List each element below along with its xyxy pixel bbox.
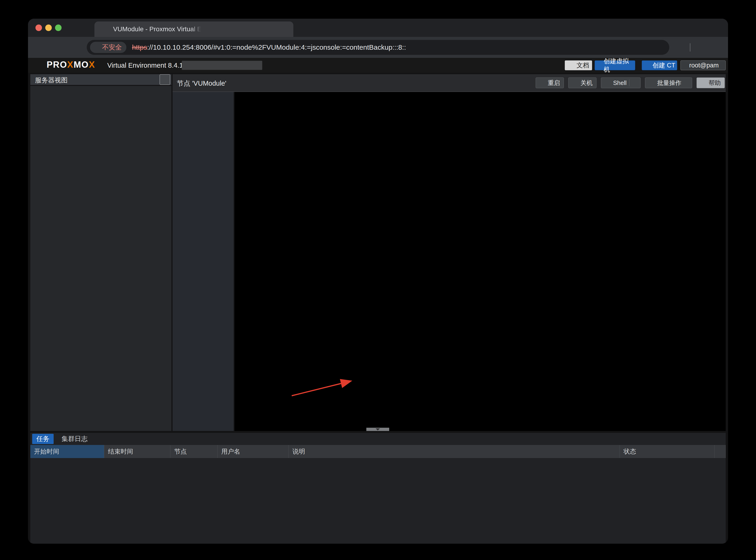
tree-settings-button[interactable] <box>160 74 170 85</box>
task-panel: 任务 集群日志 开始时间 结束时间 节点 用户名 说明 状态 <box>30 433 726 544</box>
node-menu <box>172 92 234 431</box>
tab-strip: VUModule - Proxmox Virtual E <box>28 19 728 37</box>
docs-button[interactable]: 文档 <box>565 60 592 70</box>
browser-toolbar: 不安全 https://10.10.10.254:8006/#v1:0:=nod… <box>28 37 728 58</box>
user-icon <box>681 62 687 68</box>
traffic-light-close[interactable] <box>36 24 42 31</box>
security-badge[interactable]: 不安全 <box>90 42 126 53</box>
chevron-down-icon <box>684 80 688 85</box>
forward-icon[interactable] <box>63 43 71 52</box>
proxmox-wordmark: PROXMOX <box>47 60 95 70</box>
bookmark-star-icon[interactable] <box>652 43 660 52</box>
extensions-puzzle-icon[interactable] <box>671 43 680 52</box>
tab-search-chevron-icon[interactable] <box>716 24 723 31</box>
annotation-arrow <box>235 92 726 431</box>
browser-tab[interactable]: VUModule - Proxmox Virtual E <box>94 21 293 37</box>
column-node[interactable]: 节点 <box>170 445 217 458</box>
shell-terminal[interactable] <box>235 92 726 431</box>
new-tab-button[interactable] <box>303 24 311 32</box>
tab-cluster-log[interactable]: 集群日志 <box>57 434 92 444</box>
pve-header: PROXMOX Virtual Environment 8.4.1 文档 创建虚… <box>28 58 728 73</box>
url-text: https://10.10.10.254:8006/#v1:0:=node%2F… <box>132 43 406 51</box>
help-icon <box>700 80 707 86</box>
proxmox-favicon-icon <box>101 25 109 33</box>
back-icon[interactable] <box>44 43 53 52</box>
column-end-time[interactable]: 结束时间 <box>104 445 170 458</box>
task-tabs: 任务 集群日志 <box>30 433 726 445</box>
task-table-header: 开始时间 结束时间 节点 用户名 说明 状态 <box>30 445 726 458</box>
sort-down-icon <box>61 448 67 455</box>
chevron-down-icon <box>149 76 156 83</box>
traffic-light-zoom[interactable] <box>55 24 62 31</box>
chevron-down-icon <box>632 80 637 85</box>
tab-tasks[interactable]: 任务 <box>32 434 54 444</box>
url-scheme: https <box>132 43 147 51</box>
url-rest: ://10.10.10.254:8006/#v1:0:=node%2FVUMod… <box>147 43 406 51</box>
address-bar[interactable]: 不安全 https://10.10.10.254:8006/#v1:0:=nod… <box>87 40 669 55</box>
column-status[interactable]: 状态 <box>620 445 715 458</box>
create-vm-button[interactable]: 创建虚拟机 <box>595 60 635 70</box>
cube-icon <box>644 62 650 68</box>
restart-icon <box>540 80 546 86</box>
shutdown-button[interactable]: 关机 <box>568 78 596 88</box>
gear-icon <box>161 76 168 83</box>
resource-tree <box>30 86 171 431</box>
toolbar-divider <box>690 43 691 52</box>
profile-avatar[interactable] <box>696 41 709 54</box>
column-description[interactable]: 说明 <box>289 445 620 458</box>
screenshot-root: { "browser": { "tab_title": "VUModule - … <box>0 0 756 560</box>
tab-close-icon[interactable] <box>278 26 285 33</box>
create-ct-button[interactable]: 创建 CT <box>642 60 677 70</box>
column-user[interactable]: 用户名 <box>217 445 289 458</box>
column-start-time[interactable]: 开始时间 <box>30 445 104 458</box>
view-selector[interactable]: 服务器视图 <box>30 74 171 85</box>
bulk-list-icon <box>649 80 655 86</box>
task-table-body <box>30 458 726 525</box>
traffic-light-minimize[interactable] <box>45 24 52 31</box>
bulk-actions-button[interactable]: 批量操作 <box>645 78 692 88</box>
collapse-triangle-icon <box>376 428 380 431</box>
proxmox-logo-icon <box>34 60 44 71</box>
restart-button[interactable]: 重启 <box>536 78 564 88</box>
help-button[interactable]: 帮助 <box>696 78 725 88</box>
tab-title: VUModule - Proxmox Virtual E <box>113 25 202 33</box>
shell-split-button[interactable]: Shell <box>601 78 640 88</box>
chevron-down-icon <box>721 63 726 68</box>
not-secure-icon <box>93 44 100 51</box>
button-divider <box>629 79 629 86</box>
pve-version: Virtual Environment 8.4.1 <box>107 62 183 69</box>
user-menu-button[interactable]: root@pam <box>680 60 726 70</box>
view-selector-label: 服务器视图 <box>35 76 68 85</box>
pve-search-input[interactable] <box>182 61 262 70</box>
book-icon <box>568 62 574 68</box>
panel-collapse-handle[interactable] <box>366 428 389 431</box>
power-icon <box>572 80 578 86</box>
browser-menu-icon[interactable] <box>716 43 725 52</box>
column-actions <box>715 445 726 458</box>
monitor-icon <box>595 62 602 68</box>
content-header: 节点 'VUModule' 重启 关机 Shell 批量操作 <box>172 74 726 92</box>
security-badge-label: 不安全 <box>102 43 122 52</box>
terminal-icon <box>605 80 611 86</box>
page-title: 节点 'VUModule' <box>177 79 226 88</box>
browser-window: VUModule - Proxmox Virtual E 不安全 https:/… <box>28 19 728 544</box>
